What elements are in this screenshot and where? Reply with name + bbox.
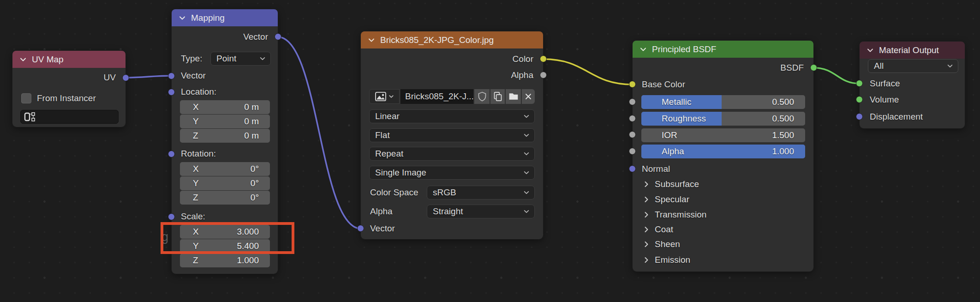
socket-output-bsdf[interactable] xyxy=(810,64,817,71)
extension-dropdown[interactable]: Repeat xyxy=(369,147,535,161)
open-image-button[interactable] xyxy=(506,89,521,104)
color-space-dropdown[interactable]: sRGB xyxy=(427,186,535,199)
type-value: Point xyxy=(216,54,236,64)
alpha-mode-dropdown[interactable]: Straight xyxy=(427,205,535,218)
socket-input-base-color[interactable] xyxy=(629,81,636,88)
socket-input-roughness[interactable] xyxy=(629,115,636,122)
chevron-down-icon xyxy=(388,94,394,99)
location-z-field[interactable]: Z 0 m xyxy=(180,129,270,143)
socket-input-scale[interactable] xyxy=(168,213,175,220)
axis-value: 0° xyxy=(251,162,259,176)
wire-outline xyxy=(544,59,633,85)
type-label: Type: xyxy=(181,54,202,64)
socket-input-rotation[interactable] xyxy=(168,151,175,157)
chevron-down-icon xyxy=(259,55,266,62)
metallic-slider[interactable]: Metallic 0.500 xyxy=(641,95,805,109)
copy-icon xyxy=(493,91,502,102)
wire-mapping-to-texture xyxy=(278,37,361,229)
extension-value: Repeat xyxy=(375,149,403,159)
socket-input-alpha[interactable] xyxy=(629,148,636,155)
chevron-right-icon[interactable] xyxy=(643,181,650,188)
panel-label: Coat xyxy=(655,224,673,235)
slider-label: Roughness xyxy=(662,112,706,126)
type-dropdown[interactable]: Point xyxy=(210,52,271,66)
fake-user-button[interactable] xyxy=(474,89,490,104)
panel-sheen[interactable]: Sheen xyxy=(633,237,813,251)
location-y-field[interactable]: Y 0 m xyxy=(180,115,270,128)
scale-z-field[interactable]: Z 1.000 xyxy=(180,254,270,267)
axis-label: X xyxy=(193,100,199,114)
rotation-z-field[interactable]: Z 0° xyxy=(180,191,270,205)
node-editor-canvas[interactable]: UV Map UV From Instancer Mapping Vector xyxy=(0,0,980,302)
input-label: Rotation: xyxy=(181,149,216,159)
wire-outline xyxy=(278,37,361,229)
chevron-right-icon[interactable] xyxy=(643,226,650,233)
socket-output-alpha[interactable] xyxy=(540,72,547,79)
socket-input-ior[interactable] xyxy=(629,131,636,138)
image-name-field[interactable]: Bricks085_2K-J... xyxy=(400,89,473,104)
target-dropdown[interactable]: All xyxy=(868,59,958,73)
socket-input-metallic[interactable] xyxy=(629,98,636,105)
socket-input-vector[interactable] xyxy=(357,225,364,232)
input-row-vector: Vector xyxy=(361,222,543,236)
node-header-mapping[interactable]: Mapping xyxy=(172,9,278,26)
interpolation-dropdown[interactable]: Linear xyxy=(369,109,535,123)
chevron-right-icon[interactable] xyxy=(643,196,650,203)
socket-input-location[interactable] xyxy=(168,89,175,96)
alpha-slider[interactable]: Alpha 1.000 xyxy=(641,145,805,158)
socket-input-displacement[interactable] xyxy=(856,113,863,120)
panel-coat[interactable]: Coat xyxy=(633,223,813,236)
panel-transmission[interactable]: Transmission xyxy=(633,208,813,222)
node-header-uv-map[interactable]: UV Map xyxy=(12,51,125,68)
panel-label: Transmission xyxy=(655,210,706,220)
socket-input-volume[interactable] xyxy=(856,96,863,103)
source-dropdown[interactable]: Single Image xyxy=(369,166,535,180)
input-label: Displacement xyxy=(870,112,923,122)
chevron-right-icon[interactable] xyxy=(643,256,650,264)
socket-output-uv[interactable] xyxy=(122,74,129,81)
node-header-image-texture[interactable]: Bricks085_2K-JPG_Color.jpg xyxy=(361,31,543,48)
uv-map-select-field[interactable] xyxy=(20,110,119,124)
shield-icon xyxy=(478,91,487,102)
from-instancer-checkbox[interactable] xyxy=(21,93,31,103)
roughness-slider[interactable]: Roughness 0.500 xyxy=(641,112,805,126)
input-row-surface: Surface xyxy=(860,77,965,91)
node-material-output[interactable]: Material Output All Surface Volume Displ… xyxy=(860,42,965,128)
panel-label: Specular xyxy=(655,194,689,205)
input-row-volume: Volume xyxy=(860,93,965,107)
node-principled-bsdf[interactable]: Principled BSDF BSDF Base Color Metallic… xyxy=(633,41,813,272)
panel-specular[interactable]: Specular xyxy=(633,193,813,206)
input-row-vector: Vector xyxy=(172,69,278,83)
chevron-down-icon[interactable] xyxy=(179,14,186,22)
duplicate-button[interactable] xyxy=(490,89,505,104)
panel-emission[interactable]: Emission xyxy=(633,253,813,267)
chevron-down-icon[interactable] xyxy=(19,56,27,63)
axis-label: Y xyxy=(193,176,199,190)
chevron-down-icon[interactable] xyxy=(368,36,375,44)
axis-value: 0° xyxy=(251,191,259,205)
socket-input-vector[interactable] xyxy=(168,72,175,79)
socket-output-vector[interactable] xyxy=(275,33,281,40)
chevron-right-icon[interactable] xyxy=(643,211,650,218)
node-uv-map[interactable]: UV Map UV From Instancer xyxy=(12,51,125,127)
axis-value: 0 m xyxy=(244,115,259,128)
socket-input-normal[interactable] xyxy=(629,165,636,172)
input-label: Normal xyxy=(642,164,670,174)
socket-input-surface[interactable] xyxy=(856,80,863,87)
chevron-right-icon[interactable] xyxy=(643,241,650,248)
node-image-texture[interactable]: Bricks085_2K-JPG_Color.jpg Color Alpha B… xyxy=(361,31,543,239)
rotation-y-field[interactable]: Y 0° xyxy=(180,176,270,190)
node-header-principled[interactable]: Principled BSDF xyxy=(633,41,813,58)
socket-output-color[interactable] xyxy=(540,55,547,62)
panel-subsurface[interactable]: Subsurface xyxy=(633,177,813,191)
chevron-down-icon[interactable] xyxy=(639,46,647,53)
node-header-material-output[interactable]: Material Output xyxy=(860,42,965,59)
ior-slider[interactable]: IOR 1.500 xyxy=(641,128,805,142)
image-browse-button[interactable] xyxy=(369,89,400,104)
projection-dropdown[interactable]: Flat xyxy=(369,128,535,142)
rotation-x-field[interactable]: X 0° xyxy=(180,162,270,176)
location-x-field[interactable]: X 0 m xyxy=(180,100,270,114)
unlink-button[interactable] xyxy=(522,89,535,104)
chevron-down-icon[interactable] xyxy=(866,47,874,54)
axis-value: 0 m xyxy=(244,100,259,114)
